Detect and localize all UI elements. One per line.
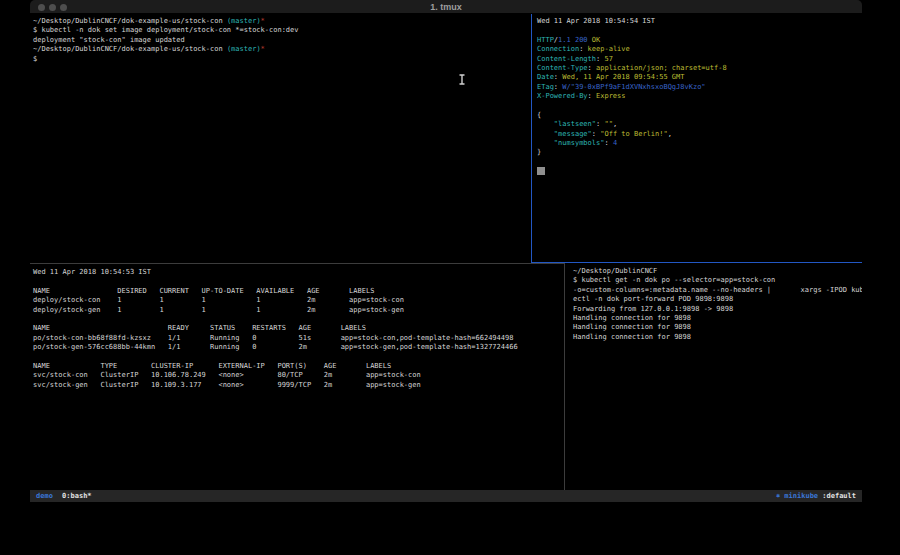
ibeam-mouse-cursor bbox=[458, 74, 466, 85]
terminal-line: po/stock-con-bb68f88fd-kzsxz 1/1 Running… bbox=[33, 334, 564, 343]
tmux-status-bar: demo 0:bash* ⎈ minikube :default bbox=[30, 490, 862, 502]
pane-port-forward-log[interactable]: ~/Desktop/DublinCNCF$ kubectl get -n dok… bbox=[564, 263, 862, 490]
terminal-line: ETag: W/"39-0xBPf9aF1dXVNxhsxoBQgJ8vKzo" bbox=[537, 83, 862, 92]
kube-context-label: minikube bbox=[784, 492, 818, 500]
terminal-line: Handling connection for 9898 bbox=[573, 333, 862, 342]
terminal-line: Content-Length: 57 bbox=[537, 55, 862, 64]
tmux-terminal: ~/Desktop/DublinCNCF/dok-example-us/stoc… bbox=[30, 14, 862, 490]
terminal-line: Content-Type: application/json; charset=… bbox=[537, 64, 862, 73]
pane-http-response-active[interactable]: Wed 11 Apr 2018 10:54:54 ISTHTTP/1.1 200… bbox=[531, 14, 862, 263]
terminal-line bbox=[33, 315, 564, 324]
terminal-line bbox=[537, 158, 862, 167]
status-right: ⎈ minikube :default bbox=[776, 490, 856, 502]
terminal-line bbox=[537, 26, 862, 35]
terminal-line: NAME TYPE CLUSTER-IP EXTERNAL-IP PORT(S)… bbox=[33, 362, 564, 371]
tmux-window-tab[interactable]: 0:bash* bbox=[62, 492, 92, 500]
terminal-line: Connection: keep-alive bbox=[537, 45, 862, 54]
window-title: 1. tmux bbox=[30, 2, 862, 12]
terminal-line: deploy/stock-gen 1 1 1 1 2m app=stock-ge… bbox=[33, 306, 564, 315]
terminal-line: NAME READY STATUS RESTARTS AGE LABELS bbox=[33, 324, 564, 333]
terminal-window: 1. tmux ~/Desktop/DublinCNCF/dok-example… bbox=[30, 0, 862, 502]
terminal-line: X-Powered-By: Express bbox=[537, 92, 862, 101]
status-left: demo 0:bash* bbox=[36, 490, 92, 502]
terminal-line bbox=[537, 167, 862, 176]
terminal-line: HTTP/1.1 200 OK bbox=[537, 36, 862, 45]
terminal-line: Wed 11 Apr 2018 10:54:53 IST bbox=[33, 268, 564, 277]
terminal-line: po/stock-gen-576cc688bb-44kmn 1/1 Runnin… bbox=[33, 343, 564, 352]
terminal-line: ~/Desktop/DublinCNCF/dok-example-us/stoc… bbox=[33, 17, 531, 26]
terminal-line: $ bbox=[33, 55, 531, 64]
terminal-line: ~/Desktop/DublinCNCF/dok-example-us/stoc… bbox=[33, 45, 531, 54]
desktop-background: 1. tmux ~/Desktop/DublinCNCF/dok-example… bbox=[0, 0, 900, 555]
window-titlebar[interactable]: 1. tmux bbox=[30, 0, 862, 14]
terminal-line: "message": "Off to Berlin!", bbox=[537, 130, 862, 139]
pane-shell-kubectl-set-image[interactable]: ~/Desktop/DublinCNCF/dok-example-us/stoc… bbox=[30, 14, 531, 263]
terminal-line: $ kubectl -n dok set image deployment/st… bbox=[33, 26, 531, 35]
terminal-line: Date: Wed, 11 Apr 2018 09:54:55 GMT bbox=[537, 73, 862, 82]
terminal-line: Forwarding from 127.0.0.1:9898 -> 9898 bbox=[573, 305, 862, 314]
terminal-line bbox=[537, 102, 862, 111]
terminal-line: Handling connection for 9898 bbox=[573, 323, 862, 332]
terminal-line: svc/stock-gen ClusterIP 10.109.3.177 <no… bbox=[33, 381, 564, 390]
terminal-line bbox=[33, 277, 564, 286]
terminal-line: Handling connection for 9898 bbox=[573, 314, 862, 323]
terminal-line: Wed 11 Apr 2018 10:54:54 IST bbox=[537, 17, 862, 26]
terminal-line: ectl -n dok port-forward POD 9898:9898 bbox=[573, 295, 862, 304]
terminal-line: deployment "stock-con" image updated bbox=[33, 36, 531, 45]
terminal-line: deploy/stock-con 1 1 1 1 2m app=stock-co… bbox=[33, 296, 564, 305]
terminal-line: ~/Desktop/DublinCNCF bbox=[573, 267, 862, 276]
tmux-session-name[interactable]: demo bbox=[36, 492, 53, 500]
terminal-line bbox=[33, 353, 564, 362]
terminal-line: "numsymbols": 4 bbox=[537, 139, 862, 148]
terminal-line: -o=custom-columns=:metadata.name --no-he… bbox=[573, 286, 862, 295]
terminal-line: svc/stock-con ClusterIP 10.106.78.249 <n… bbox=[33, 371, 564, 380]
terminal-line: } bbox=[537, 148, 862, 157]
terminal-line: "lastseen": "", bbox=[537, 120, 862, 129]
kube-namespace-label: :default bbox=[822, 492, 856, 500]
terminal-line: NAME DESIRED CURRENT UP-TO-DATE AVAILABL… bbox=[33, 287, 564, 296]
pane-kubectl-get-watch[interactable]: Wed 11 Apr 2018 10:54:53 ISTNAME DESIRED… bbox=[30, 263, 564, 490]
terminal-line: { bbox=[537, 111, 862, 120]
terminal-line: $ kubectl get -n dok po --selector=app=s… bbox=[573, 276, 862, 285]
